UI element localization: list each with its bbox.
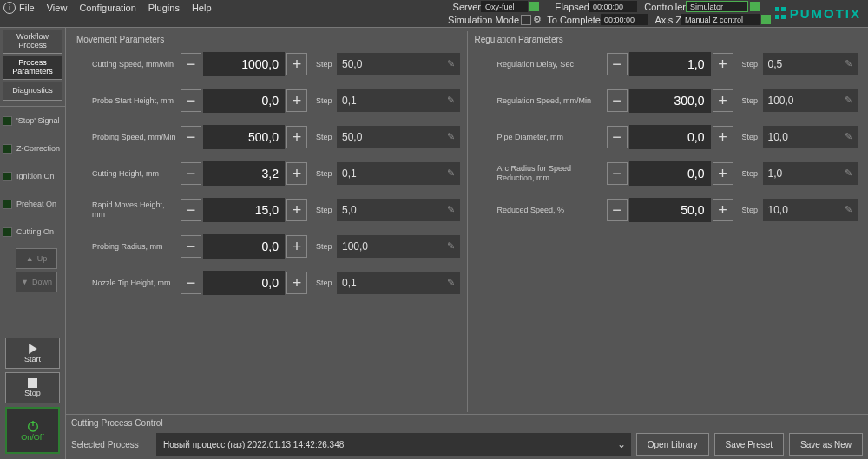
menu-plugins[interactable]: Plugins xyxy=(148,3,180,13)
movement-decrement-button[interactable]: − xyxy=(181,272,201,294)
movement-value-input[interactable]: 15,0 xyxy=(203,198,285,222)
stop-button[interactable]: Stop xyxy=(5,372,60,403)
regulation-increment-button[interactable]: + xyxy=(713,89,733,112)
regulation-value-input[interactable]: 300,0 xyxy=(629,89,711,113)
step-label: Step xyxy=(742,60,763,69)
onoff-button[interactable]: On/Off xyxy=(5,407,60,454)
regulation-step-input[interactable]: 1,0✎ xyxy=(763,162,858,185)
power-icon xyxy=(26,419,40,433)
edit-icon: ✎ xyxy=(845,167,852,179)
tab-process-parameters[interactable]: Process Parameters xyxy=(3,56,62,80)
simmode-checkbox[interactable] xyxy=(521,15,531,25)
settings-gear-icon[interactable]: ⚙ xyxy=(531,14,543,26)
jog-up-button[interactable]: ▲Up xyxy=(16,248,57,269)
movement-label: Nozzle Tip Height, mm xyxy=(76,279,179,288)
step-label: Step xyxy=(742,96,763,105)
regulation-decrement-button[interactable]: − xyxy=(607,126,628,148)
movement-step-input[interactable]: 100,0✎ xyxy=(337,235,460,258)
movement-value-input[interactable]: 0,0 xyxy=(203,234,285,259)
movement-decrement-button[interactable]: − xyxy=(181,235,201,258)
info-icon[interactable]: i xyxy=(3,2,16,14)
menu-view[interactable]: View xyxy=(47,3,68,13)
regulation-increment-button[interactable]: + xyxy=(713,53,733,75)
edit-icon: ✎ xyxy=(447,277,455,288)
movement-increment-button[interactable]: + xyxy=(286,272,307,294)
menu-file[interactable]: File xyxy=(19,3,35,13)
jog-down-button[interactable]: ▼Down xyxy=(16,272,57,292)
tocomplete-label: To Complete xyxy=(543,15,601,25)
regulation-step-input[interactable]: 0,5✎ xyxy=(763,53,858,75)
movement-step-input[interactable]: 0,1✎ xyxy=(337,162,460,185)
movement-row: Probe Start Height, mm−0,0+Step0,1✎ xyxy=(76,88,460,114)
regulation-decrement-button[interactable]: − xyxy=(607,162,628,185)
open-library-button[interactable]: Open Library xyxy=(636,433,709,456)
save-as-new-button[interactable]: Save as New xyxy=(789,433,863,456)
tab-diagnostics[interactable]: Diagnostics xyxy=(3,82,62,101)
movement-increment-button[interactable]: + xyxy=(286,126,307,148)
movement-decrement-button[interactable]: − xyxy=(181,199,201,221)
chevron-down-icon: ⌄ xyxy=(617,438,626,450)
axisz-value: Manual Z control xyxy=(681,14,760,25)
regulation-value-input[interactable]: 0,0 xyxy=(629,125,711,149)
movement-label: Cutting Height, mm xyxy=(76,169,179,179)
movement-value-input[interactable]: 0,0 xyxy=(203,89,285,113)
movement-step-input[interactable]: 0,1✎ xyxy=(337,272,460,294)
regulation-increment-button[interactable]: + xyxy=(713,162,733,185)
regulation-parameters-panel: Regulation Parameters Regulation Delay, … xyxy=(470,31,864,412)
regulation-label: Arc Radius for Speed Reduction, mm xyxy=(475,164,605,183)
movement-step-input[interactable]: 5,0✎ xyxy=(337,199,460,221)
menu-help[interactable]: Help xyxy=(192,3,212,13)
movement-step-input[interactable]: 50,0✎ xyxy=(337,53,460,75)
indicator-stop-signal: 'Stop' Signal xyxy=(0,107,65,134)
movement-decrement-button[interactable]: − xyxy=(181,89,201,112)
movement-step-input[interactable]: 0,1✎ xyxy=(337,89,460,112)
regulation-value-input[interactable]: 0,0 xyxy=(629,161,711,186)
regulation-step-input[interactable]: 10,0✎ xyxy=(763,126,858,148)
cutting-process-control: Cutting Process Control Selected Process… xyxy=(66,414,868,459)
save-preset-button[interactable]: Save Preset xyxy=(714,433,784,456)
start-button[interactable]: Start xyxy=(5,338,60,369)
movement-value-input[interactable]: 500,0 xyxy=(203,125,285,149)
controller-led xyxy=(750,2,760,11)
edit-icon: ✎ xyxy=(447,167,455,179)
step-label: Step xyxy=(742,206,763,214)
regulation-value-input[interactable]: 1,0 xyxy=(629,52,711,76)
movement-increment-button[interactable]: + xyxy=(286,235,307,258)
movement-decrement-button[interactable]: − xyxy=(181,162,201,185)
edit-icon: ✎ xyxy=(845,95,852,106)
movement-row: Rapid Moves Height, mm−15,0+Step5,0✎ xyxy=(76,197,460,223)
movement-value-input[interactable]: 0,0 xyxy=(203,271,285,295)
regulation-step-input[interactable]: 10,0✎ xyxy=(763,199,858,221)
step-label: Step xyxy=(316,133,337,141)
movement-row: Nozzle Tip Height, mm−0,0+Step0,1✎ xyxy=(76,270,460,296)
regulation-step-input[interactable]: 100,0✎ xyxy=(763,89,858,112)
regulation-decrement-button[interactable]: − xyxy=(607,53,628,75)
step-label: Step xyxy=(316,169,337,178)
movement-increment-button[interactable]: + xyxy=(286,89,307,112)
movement-label: Probe Start Height, mm xyxy=(76,96,179,106)
regulation-value-input[interactable]: 50,0 xyxy=(629,198,711,222)
movement-increment-button[interactable]: + xyxy=(286,199,307,221)
regulation-increment-button[interactable]: + xyxy=(713,126,733,148)
server-label: Server xyxy=(444,2,481,12)
server-led xyxy=(529,2,539,11)
selected-process-dropdown[interactable]: Новый процесс (газ) 2022.01.13 14:42:26.… xyxy=(156,433,631,456)
tab-workflow-process[interactable]: Workflow Process xyxy=(3,30,62,54)
movement-step-input[interactable]: 50,0✎ xyxy=(337,126,460,148)
bottom-title: Cutting Process Control xyxy=(71,418,863,428)
movement-value-input[interactable]: 1000,0 xyxy=(203,52,285,76)
play-icon xyxy=(28,344,38,354)
regulation-decrement-button[interactable]: − xyxy=(607,89,628,112)
menu-configuration[interactable]: Configuration xyxy=(79,3,135,13)
movement-increment-button[interactable]: + xyxy=(286,162,307,185)
movement-increment-button[interactable]: + xyxy=(286,53,307,75)
movement-label: Probing Radius, mm xyxy=(76,242,179,252)
regulation-increment-button[interactable]: + xyxy=(713,199,733,221)
movement-decrement-button[interactable]: − xyxy=(181,126,201,148)
movement-value-input[interactable]: 3,2 xyxy=(203,161,285,186)
step-label: Step xyxy=(316,96,337,105)
step-label: Step xyxy=(316,279,337,287)
regulation-decrement-button[interactable]: − xyxy=(607,199,628,221)
indicator-cutting-on: Cutting On xyxy=(0,218,65,246)
movement-decrement-button[interactable]: − xyxy=(181,53,201,75)
